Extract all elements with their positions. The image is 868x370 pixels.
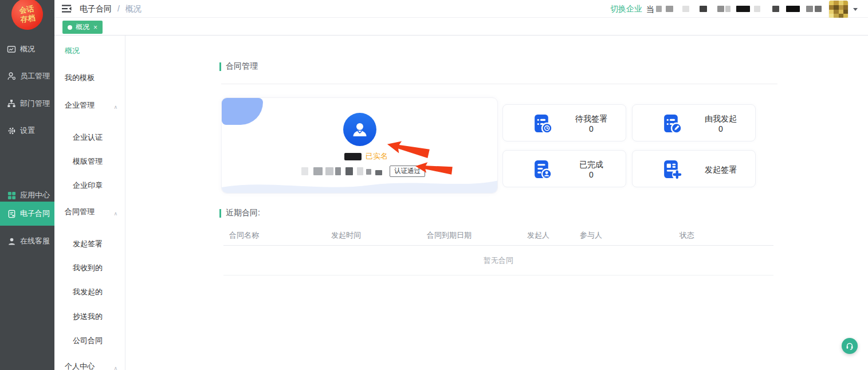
user-menu-caret-icon[interactable] — [853, 8, 858, 11]
stat-card-completed[interactable]: 已完成 0 — [502, 150, 626, 187]
stat-text: 已完成 0 — [558, 151, 625, 188]
redacted-block — [366, 169, 371, 175]
sidebar-item-label: 电子合同 — [20, 208, 50, 219]
submenu-group-contract-mgmt[interactable]: 合同管理∧ — [54, 206, 125, 218]
tab-close-icon[interactable]: × — [93, 24, 97, 31]
table-header-initiator: 发起人 — [527, 230, 549, 241]
section-title-text: 合同管理 — [226, 61, 258, 72]
overview-icon — [7, 45, 16, 54]
submenu-label: 企业管理 — [65, 101, 95, 109]
avatar-mosaic-cell — [839, 10, 843, 14]
avatar-mosaic-cell — [843, 1, 848, 5]
doc-clock-icon — [532, 113, 553, 134]
primary-sidebar: 会话 存档 概况 员工管理 部门管理 设置 — [0, 0, 54, 370]
submenu-label: 企业认证 — [73, 133, 103, 141]
logo-text-line2: 存档 — [20, 13, 36, 24]
stat-card-initiate-signing[interactable]: 发起签署 — [632, 150, 756, 187]
sidebar-item-label: 概况 — [20, 44, 35, 54]
sidebar-item-departments[interactable]: 部门管理 — [0, 96, 54, 112]
stat-label: 待我签署 — [575, 113, 607, 124]
redacted-block — [725, 6, 730, 12]
submenu-item-initiated-by-me[interactable]: 我发起的 — [54, 286, 125, 298]
submenu-label: 公司合同 — [73, 336, 103, 345]
submenu-item-company-contracts[interactable]: 公司合同 — [54, 335, 125, 347]
redacted-block — [357, 167, 363, 175]
submenu-label: 我发起的 — [73, 288, 103, 296]
tab-active-dot — [68, 25, 72, 30]
submenu-label: 个人中心 — [65, 362, 95, 370]
submenu-item-received[interactable]: 我收到的 — [54, 262, 125, 274]
table-empty-state: 暂无合同 — [223, 255, 773, 266]
sidebar-item-label: 在线客服 — [20, 236, 50, 246]
breadcrumb-level2: 概况 — [125, 4, 142, 13]
card-corner-decoration — [222, 98, 263, 125]
submenu-label: 合同管理 — [65, 207, 95, 216]
tab-label: 概况 — [76, 22, 89, 32]
breadcrumb-level1[interactable]: 电子合同 — [80, 4, 112, 13]
user-avatar[interactable] — [829, 1, 848, 18]
sidebar-item-settings[interactable]: 设置 — [0, 123, 54, 139]
avatar-mosaic-cell — [834, 10, 838, 14]
doc-stamp-icon — [532, 159, 553, 180]
department-icon — [7, 99, 16, 108]
stat-value: 0 — [589, 170, 594, 180]
doc-add-icon — [661, 159, 682, 180]
chevron-up-icon[interactable]: ∧ — [113, 363, 117, 370]
submenu-group-personal-center[interactable]: 个人中心∧ — [54, 361, 125, 370]
contract-icon — [7, 209, 16, 218]
redacted-block — [700, 6, 707, 12]
redacted-company-name — [54, 0, 868, 18]
submenu-item-initiate-sign[interactable]: 发起签署 — [54, 238, 125, 250]
breadcrumb-separator: / — [117, 4, 120, 13]
redacted-block — [717, 6, 724, 12]
sidebar-item-employees[interactable]: 员工管理 — [0, 68, 54, 84]
section-divider — [221, 84, 777, 84]
chevron-up-icon[interactable]: ∧ — [113, 101, 117, 113]
customer-service-button[interactable] — [842, 338, 858, 354]
redacted-block — [815, 6, 822, 12]
submenu-item-enterprise-cert[interactable]: 企业认证 — [54, 132, 125, 143]
table-bottom-divider — [223, 275, 773, 275]
stat-value: 0 — [718, 124, 723, 134]
sidebar-item-label: 部门管理 — [20, 99, 50, 109]
switch-company-link[interactable]: 切换企业 — [610, 4, 642, 14]
section-title-text: 近期合同: — [226, 208, 260, 218]
submenu-item-my-templates[interactable]: 我的模板 — [54, 72, 125, 84]
collapse-sidebar-icon[interactable] — [62, 5, 72, 13]
submenu-item-enterprise-seal[interactable]: 企业印章 — [54, 180, 125, 191]
apps-icon — [7, 191, 16, 200]
submenu-label: 我收到的 — [73, 263, 103, 272]
stat-text: 由我发起 0 — [688, 105, 754, 142]
redacted-block — [301, 167, 308, 175]
current-company-prefix: 当 — [646, 5, 654, 15]
submenu-label: 抄送我的 — [73, 312, 103, 321]
submenu-item-template-mgmt[interactable]: 模版管理 — [54, 156, 125, 167]
stat-card-awaiting-my-signature[interactable]: 待我签署 0 — [502, 104, 626, 141]
headset-icon — [845, 341, 854, 351]
settings-icon — [7, 126, 16, 135]
stat-card-initiated-by-me[interactable]: 由我发起 0 — [632, 104, 756, 141]
submenu-item-overview[interactable]: 概况 — [54, 45, 125, 57]
tab-overview[interactable]: 概况 × — [62, 21, 103, 34]
submenu-label: 模版管理 — [73, 157, 103, 166]
sidebar-item-overview[interactable]: 概况 — [0, 41, 54, 57]
sidebar-item-app-center[interactable]: 应用中心 — [0, 187, 54, 203]
redacted-block — [325, 167, 333, 175]
annotation-arrow-realname — [384, 137, 431, 162]
profile-card: 已实名 认证通过 — [221, 97, 498, 194]
redacted-block — [656, 6, 662, 12]
table-header-status: 状态 — [680, 230, 694, 241]
submenu-group-enterprise-mgmt[interactable]: 企业管理∧ — [54, 100, 125, 111]
doc-edit-icon — [661, 113, 682, 134]
redacted-block — [772, 6, 779, 12]
sidebar-item-label: 员工管理 — [20, 71, 50, 81]
submenu-item-cc-to-me[interactable]: 抄送我的 — [54, 311, 125, 322]
stat-value: 0 — [589, 124, 594, 134]
redacted-block — [666, 6, 673, 12]
sidebar-item-online-service[interactable]: 在线客服 — [0, 233, 54, 249]
sidebar-item-e-contract[interactable]: 电子合同 — [0, 202, 54, 226]
section-title-recent-contracts: 近期合同: — [219, 208, 260, 218]
chevron-up-icon[interactable]: ∧ — [113, 208, 117, 219]
redacted-block — [335, 167, 341, 175]
stat-label: 发起签署 — [705, 164, 737, 175]
